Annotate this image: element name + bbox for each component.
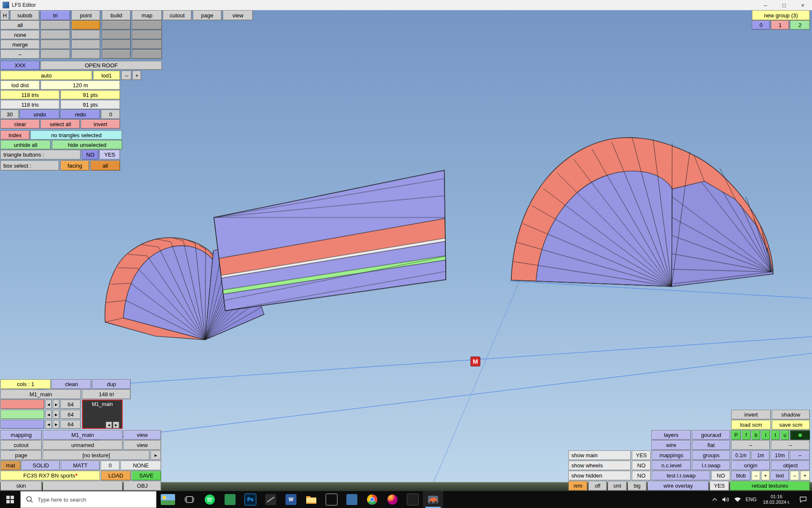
select-all-button[interactable]: select all — [41, 119, 80, 129]
subob-cell[interactable] — [102, 20, 131, 30]
network-button[interactable] — [732, 491, 743, 508]
taskbar-app-dark[interactable] — [403, 491, 423, 508]
color-swatch-blue[interactable] — [0, 420, 44, 429]
test-lr-swap-toggle[interactable]: NO — [711, 471, 730, 480]
nrm-sml-button[interactable]: sml — [608, 481, 627, 491]
group-1-button[interactable]: 1 — [771, 20, 789, 30]
clean-button[interactable]: clean — [52, 379, 91, 389]
group-2-button[interactable]: 2 — [790, 20, 810, 30]
flag-t-button[interactable]: t — [771, 430, 780, 440]
preview-prev-arrow[interactable]: ◄ — [106, 422, 112, 428]
text-minus-button[interactable]: – — [790, 471, 799, 480]
subob-cell[interactable] — [132, 30, 162, 39]
volume-button[interactable] — [720, 491, 732, 508]
flag-p-button[interactable]: P — [731, 430, 741, 440]
subob-cell[interactable] — [132, 20, 162, 30]
hide-unselected-button[interactable]: hide unselected — [52, 140, 122, 149]
taskbar-app-chrome[interactable] — [362, 491, 382, 508]
subob-cell[interactable] — [41, 50, 70, 59]
flag-l-button[interactable]: l — [761, 430, 770, 440]
skin-value[interactable] — [43, 481, 123, 491]
tab-map[interactable]: map — [132, 10, 162, 20]
show-wheels-toggle[interactable]: NO — [632, 461, 651, 470]
cols-button[interactable]: cols : 1 — [0, 379, 51, 389]
subob-cell[interactable] — [71, 50, 100, 59]
nrm-off-button[interactable]: off — [588, 481, 607, 491]
tab-h[interactable]: H — [0, 10, 9, 20]
value-64-a[interactable]: 64 — [60, 400, 81, 409]
lod-plus-button[interactable]: + — [132, 71, 141, 80]
object-marker[interactable]: M — [471, 357, 480, 366]
show-main-toggle[interactable]: YES — [632, 450, 651, 460]
prev-arrow-button[interactable]: ◄ — [45, 410, 52, 419]
text-button[interactable]: text — [771, 471, 789, 480]
next-arrow-button[interactable]: ► — [53, 400, 60, 409]
mappings-button[interactable]: mappings — [652, 450, 691, 460]
subob-dash-button[interactable]: – — [0, 50, 40, 59]
text-plus-button[interactable]: + — [800, 471, 810, 480]
clear-button[interactable]: clear — [0, 119, 40, 129]
next-arrow-button[interactable]: ► — [53, 410, 60, 419]
load-scm-button[interactable]: load scm — [731, 420, 771, 430]
tab-cutout[interactable]: cutout — [163, 10, 192, 20]
open-roof-button[interactable]: OPEN ROOF — [41, 61, 162, 70]
test-lr-swap-button[interactable]: test l.r.swap — [652, 471, 710, 480]
lr-swap-button[interactable]: l.r.swap — [692, 461, 730, 470]
triangle-buttons-yes[interactable]: YES — [99, 150, 120, 160]
flag-dot-indicator[interactable] — [790, 430, 810, 440]
snap-1m-button[interactable]: 1m — [752, 450, 770, 460]
minimize-button[interactable]: – — [756, 0, 775, 10]
lod-minus-button[interactable]: – — [121, 71, 132, 80]
blob-plus-button[interactable]: + — [761, 471, 770, 480]
taskbar-app-file-explorer[interactable] — [301, 491, 321, 508]
gouraud-button[interactable]: gouraud — [692, 430, 730, 440]
preview-next-arrow[interactable]: ► — [113, 422, 119, 428]
tray-expand-button[interactable] — [710, 491, 720, 508]
nc-level-button[interactable]: n.c.level — [652, 461, 691, 470]
mat-zero-value[interactable]: 0 — [101, 461, 120, 470]
prev-arrow-button[interactable]: ◄ — [45, 420, 52, 429]
next-arrow-button[interactable]: ► — [53, 420, 60, 429]
tab-point[interactable]: point — [71, 10, 100, 20]
taskbar-search[interactable] — [20, 491, 156, 508]
triangle-buttons-no[interactable]: NO — [82, 150, 99, 160]
taskbar-app-photoshop[interactable]: Ps — [240, 491, 261, 508]
index-button[interactable]: index — [0, 130, 30, 140]
wire-overlay-toggle[interactable]: YES — [710, 481, 729, 491]
layers-button[interactable]: layers — [651, 430, 691, 440]
flat-button[interactable]: flat — [692, 440, 730, 450]
new-group-button[interactable]: new group (3) — [752, 10, 810, 20]
mapping-view-button[interactable]: view — [123, 430, 161, 440]
wire-overlay-button[interactable]: wire overlay — [647, 481, 709, 491]
snap-dash-button[interactable]: – — [790, 450, 810, 460]
subob-cell[interactable] — [71, 40, 100, 49]
group-0-button[interactable]: 0 — [752, 20, 770, 30]
subob-cell[interactable] — [102, 40, 131, 49]
subob-cell[interactable] — [132, 50, 162, 59]
dash-button-b[interactable]: – — [771, 440, 810, 450]
dash-button-a[interactable]: – — [731, 440, 770, 450]
save-scm-button[interactable]: save scm — [772, 420, 810, 430]
origin-button[interactable]: origin — [731, 461, 770, 470]
subob-cell[interactable] — [41, 40, 70, 49]
nrm-button[interactable]: nrm — [568, 481, 587, 491]
subob-cell[interactable] — [102, 30, 131, 39]
subob-cell-selected[interactable] — [71, 20, 100, 30]
mat-none-value[interactable]: NONE — [121, 461, 161, 470]
taskbar-app-green[interactable] — [220, 491, 240, 508]
tab-page[interactable]: page — [193, 10, 222, 20]
subob-cell[interactable] — [41, 20, 70, 30]
subob-cell[interactable] — [102, 50, 131, 59]
taskbar-app-dark-pen[interactable] — [261, 491, 281, 508]
taskbar-app-spotify[interactable] — [200, 491, 220, 508]
language-indicator[interactable]: ENG — [743, 497, 759, 502]
taskbar-app-blue[interactable] — [342, 491, 362, 508]
taskbar-app-word[interactable]: W — [281, 491, 301, 508]
lod1-button[interactable]: lod1 — [93, 71, 120, 80]
value-64-c[interactable]: 64 — [60, 420, 81, 429]
tab-subob[interactable]: subob — [10, 10, 39, 20]
lod-dist-value[interactable]: 120 m — [41, 80, 120, 90]
obj-button[interactable]: OBJ — [123, 481, 161, 491]
xxx-button[interactable]: XXX — [0, 61, 40, 70]
mat-solid-button[interactable]: SOLID — [22, 461, 60, 470]
